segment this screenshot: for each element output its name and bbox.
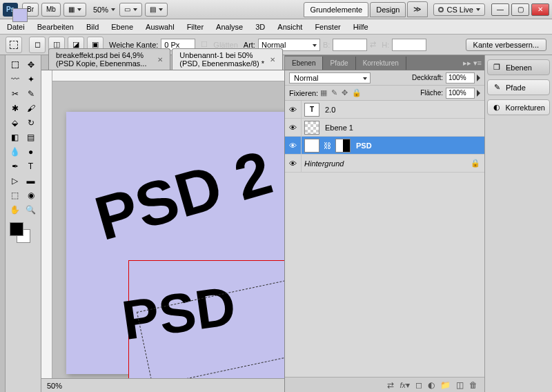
status-zoom[interactable]: 50% — [47, 382, 62, 390]
cslive-label: CS Live — [446, 6, 473, 14]
newlayer-icon[interactable]: ◫ — [456, 380, 464, 390]
arrange-button[interactable]: ▤ — [145, 3, 168, 17]
layer-thumb[interactable] — [304, 121, 319, 135]
workspace-more[interactable]: ≫ — [407, 1, 428, 17]
layer-thumb-text[interactable]: T — [304, 103, 319, 117]
blend-mode-select[interactable]: Normal — [289, 72, 371, 84]
menu-filter[interactable]: Filter — [187, 23, 204, 31]
rpanel-korrekturen[interactable]: ◐Korrekturen — [487, 99, 550, 115]
zoom-tool[interactable]: 🔍 — [23, 203, 39, 217]
layer-row[interactable]: 👁 Hintergrund 🔒 — [285, 155, 484, 173]
path-tool[interactable]: ▷ — [7, 174, 23, 188]
blur-tool[interactable]: 💧 — [7, 145, 23, 159]
close-icon[interactable]: ✕ — [157, 56, 163, 63]
rpanel-pfade[interactable]: ✎Pfade — [487, 79, 550, 95]
adjustment-icon[interactable]: ◐ — [428, 380, 435, 390]
link-icon[interactable]: ⇄ — [387, 380, 394, 390]
close-icon[interactable]: ✕ — [270, 56, 275, 63]
feather-label: Weiche Kante: — [109, 41, 158, 49]
menu-auswahl[interactable]: Auswahl — [146, 23, 175, 31]
tool-preset-button[interactable] — [6, 37, 22, 53]
doctab-unbenannt[interactable]: Unbenannt-1 bei 50% (PSD, Ebenenmaske/8)… — [172, 48, 283, 70]
doctab-breakeffekt[interactable]: breakeffekt.psd bei 64,9% (PSD Kopie, Eb… — [48, 48, 170, 70]
layer-mask-thumb[interactable] — [335, 139, 351, 153]
ruler-horizontal[interactable] — [52, 70, 284, 81]
color-swatches[interactable] — [7, 221, 39, 246]
sel-new-icon[interactable]: ◻ — [29, 37, 46, 53]
cslive-button[interactable]: CS Live — [433, 3, 485, 16]
menu-bearbeiten[interactable]: Bearbeiten — [37, 23, 74, 31]
gradient-tool[interactable]: ▤ — [23, 130, 39, 144]
collapsed-panels: ❐Ebenen ✎Pfade ◐Korrekturen — [484, 55, 552, 392]
brush-tool[interactable]: 🖌 — [23, 101, 39, 115]
rpanel-ebenen[interactable]: ❐Ebenen — [487, 59, 550, 75]
minibridge-button[interactable]: Mb — [41, 3, 61, 17]
layer-name[interactable]: Ebene 1 — [325, 124, 353, 132]
menu-analyse[interactable]: Analyse — [216, 23, 243, 31]
3dcam-tool[interactable]: ◉ — [23, 188, 39, 202]
dodge-tool[interactable]: ● — [23, 145, 39, 159]
refine-edge-button[interactable]: Kante verbessern... — [466, 39, 546, 51]
visibility-icon[interactable]: 👁 — [285, 137, 302, 154]
panel-tab-ebenen[interactable]: Ebenen — [285, 57, 323, 70]
mask-icon[interactable]: ◻ — [415, 380, 422, 390]
opacity-slider-icon[interactable] — [477, 75, 480, 81]
workspace-design[interactable]: Design — [370, 2, 406, 17]
panel-collapse-icon[interactable]: ▸▸ ▾≡ — [460, 59, 484, 68]
menu-bild[interactable]: Bild — [86, 23, 99, 31]
heal-tool[interactable]: ✱ — [7, 101, 23, 115]
menu-fenster[interactable]: Fenster — [315, 23, 340, 31]
layer-name[interactable]: PSD — [356, 141, 372, 150]
workspace-grundelemente[interactable]: Grundelemente — [304, 2, 368, 17]
trash-icon[interactable]: 🗑 — [469, 380, 477, 390]
wand-tool[interactable]: ✦ — [23, 72, 39, 86]
eraser-tool[interactable]: ◧ — [7, 130, 23, 144]
minimize-button[interactable]: — — [491, 3, 509, 16]
layer-row[interactable]: 👁 Ebene 1 — [285, 119, 484, 137]
lock-label: Fixieren: — [289, 89, 318, 97]
fill-slider-icon[interactable] — [477, 90, 480, 97]
lasso-tool[interactable]: 〰 — [7, 72, 23, 86]
stamp-tool[interactable]: ⬙ — [7, 116, 23, 130]
menu-ansicht[interactable]: Ansicht — [277, 23, 302, 31]
fx-icon[interactable]: fx▾ — [400, 380, 410, 390]
panel-tab-korrekturen[interactable]: Korrekturen — [356, 57, 406, 70]
layer-name[interactable]: Hintergrund — [304, 159, 344, 168]
pen-tool[interactable]: ✒ — [7, 159, 23, 173]
zoom-select[interactable]: 50% — [93, 6, 115, 14]
screenmode-button[interactable]: ▭ — [119, 3, 142, 17]
fill-input[interactable]: 100% — [446, 88, 475, 99]
visibility-icon[interactable]: 👁 — [285, 155, 302, 172]
close-button[interactable]: ✕ — [531, 3, 549, 16]
layer-name[interactable]: 2.0 — [325, 106, 335, 114]
move-tool[interactable]: ✥ — [23, 58, 39, 72]
fg-color[interactable] — [10, 222, 23, 236]
lock-icons[interactable]: ▦✎✥🔒 — [318, 88, 364, 97]
crop-tool[interactable]: ✂ — [7, 87, 23, 101]
panel-tab-pfade[interactable]: Pfade — [323, 57, 355, 70]
lock-icon[interactable]: 🔒 — [471, 159, 480, 168]
ruler-vertical[interactable] — [41, 70, 52, 378]
hand-tool[interactable]: ✋ — [7, 203, 23, 217]
folder-icon[interactable]: 📁 — [440, 380, 451, 390]
antialias-label: Glätten — [213, 41, 237, 49]
type-tool[interactable]: T — [23, 159, 39, 173]
layer-row-selected[interactable]: 👁 T ⛓ PSD — [285, 137, 484, 155]
maximize-button[interactable]: ▢ — [511, 3, 529, 16]
layer-thumb-text[interactable]: T — [304, 139, 319, 153]
canvas-area[interactable]: PSD 2 PSD — [41, 70, 284, 378]
layer-row[interactable]: 👁 T 2.0 — [285, 101, 484, 119]
visibility-icon[interactable]: 👁 — [285, 101, 302, 118]
visibility-icon[interactable]: 👁 — [285, 119, 302, 136]
marquee-tool[interactable] — [7, 58, 23, 72]
eyedropper-tool[interactable]: ✎ — [23, 87, 39, 101]
history-brush-tool[interactable]: ↻ — [23, 116, 39, 130]
opacity-input[interactable]: 100% — [446, 72, 475, 84]
menu-3d[interactable]: 3D — [255, 23, 265, 31]
3d-tool[interactable]: ⬚ — [7, 188, 23, 202]
view-extras-button[interactable]: ▦ — [63, 3, 86, 17]
menu-hilfe[interactable]: Hilfe — [353, 23, 368, 31]
shape-tool[interactable]: ▬ — [23, 174, 39, 188]
menu-ebene[interactable]: Ebene — [111, 23, 133, 31]
menu-datei[interactable]: Datei — [7, 23, 25, 31]
